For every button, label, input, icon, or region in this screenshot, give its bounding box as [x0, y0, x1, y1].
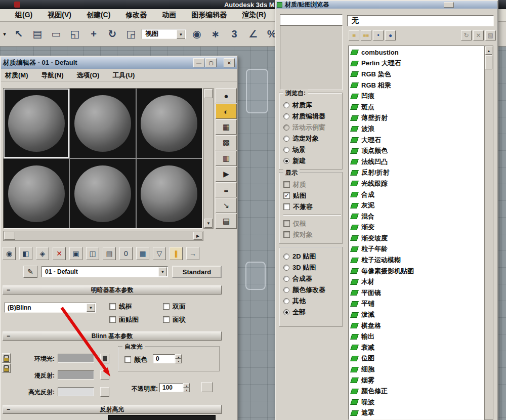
get-material-icon[interactable]: ◉ [3, 247, 16, 260]
material-sample-slot[interactable] [4, 159, 69, 228]
map-list-item[interactable]: 大理石 [349, 135, 484, 146]
menu-item[interactable]: 工具(U) [112, 71, 135, 80]
select-rotate-icon[interactable]: ↻ [104, 25, 120, 43]
flyout-arrow-icon[interactable]: ▾ [1, 25, 8, 43]
specular-color-swatch[interactable] [58, 387, 94, 396]
put-material-to-scene-icon[interactable]: ◧ [19, 247, 32, 260]
map-name-input[interactable] [280, 14, 343, 25]
browse-from-radio[interactable]: 新建 [283, 156, 341, 165]
backlight-icon[interactable]: ◐ [216, 104, 237, 119]
select-manipulate-icon[interactable]: ∗ [207, 25, 224, 43]
view-list-icon[interactable]: ≡ [349, 30, 359, 40]
material-editor-titlebar[interactable]: 材质编辑器 - 01 - Default — ▢ ✕ [1, 57, 237, 69]
map-list-item[interactable]: 薄壁折射 [349, 113, 484, 124]
rollout-blinn-basic-params[interactable]: Blinn 基本参数 [3, 331, 222, 341]
map-list-item[interactable]: 凹痕 [349, 91, 484, 102]
sample-uv-tiling-icon[interactable]: ▩ [216, 135, 237, 150]
window-crossing-icon[interactable]: ◱ [67, 25, 83, 43]
menu-item[interactable]: 组(G) [15, 11, 32, 20]
make-material-copy-icon[interactable]: ▣ [69, 247, 82, 260]
map-list-item[interactable]: 渐变 [349, 222, 484, 233]
map-list-item[interactable]: 渐变坡度 [349, 233, 484, 244]
map-list-item[interactable]: 泼溅 [349, 309, 484, 320]
map-list-item[interactable]: 粒子运动模糊 [349, 255, 484, 266]
view-large-icons-icon[interactable]: ● [385, 30, 396, 40]
map-list-item[interactable]: 每像素摄影机贴图 [349, 266, 484, 277]
update-scene-materials-icon[interactable]: ↻ [461, 30, 472, 40]
material-sample-slot[interactable] [4, 89, 69, 158]
scrollbar-thumb[interactable] [485, 55, 492, 69]
browse-from-radio[interactable]: 材质编辑器 [283, 111, 341, 121]
sample-vertical-scrollbar[interactable] [203, 88, 214, 229]
map-type-radio[interactable]: 全部 [283, 307, 341, 317]
map-list-item[interactable]: 位图 [349, 353, 484, 364]
opacity-value[interactable]: 100 [159, 383, 183, 392]
ambient-color-swatch[interactable] [58, 354, 94, 363]
scroll-right-arrow-icon[interactable] [193, 232, 202, 240]
material-type-button[interactable]: Standard [172, 266, 222, 278]
show-checkbox[interactable]: 仅根 [283, 219, 341, 228]
menu-item[interactable]: 选项(O) [77, 71, 100, 80]
sample-horizontal-scrollbar[interactable] [3, 231, 203, 241]
map-type-radio[interactable]: 3D 贴图 [283, 263, 341, 272]
map-list-item[interactable]: 光线跟踪 [349, 178, 484, 189]
show-checkbox[interactable]: 材质 [283, 180, 341, 189]
select-by-material-icon[interactable]: ↘ [216, 198, 237, 213]
map-list-item[interactable]: 细胞 [349, 364, 484, 375]
rect-region-icon[interactable]: ▭ [48, 25, 64, 43]
show-checkbox[interactable]: 贴图 [283, 191, 341, 200]
scroll-up-arrow-icon[interactable] [485, 47, 492, 55]
map-list-item[interactable]: 遮罩 [349, 408, 484, 419]
make-unique-icon[interactable]: ◫ [86, 247, 99, 260]
use-pivot-center-icon[interactable]: ◉ [189, 25, 205, 43]
clear-library-icon[interactable]: ▧ [485, 30, 496, 40]
maximize-button[interactable]: ▢ [205, 58, 217, 67]
dropdown-arrow-icon[interactable] [87, 304, 95, 312]
reset-map-icon[interactable]: ✕ [53, 247, 66, 260]
menu-item[interactable]: 视图(V) [48, 11, 71, 20]
show-checkbox[interactable]: 不兼容 [283, 202, 341, 212]
map-type-radio[interactable]: 合成器 [283, 274, 341, 283]
assign-material-to-selection-icon[interactable]: ◈ [36, 247, 49, 260]
map-list-item[interactable]: RGB 相乘 [349, 80, 484, 91]
map-list-item[interactable]: 平铺 [349, 299, 484, 310]
menu-item[interactable]: 修改器 [125, 11, 147, 20]
map-list-item[interactable]: 顶点颜色 [349, 145, 484, 156]
menu-item[interactable]: 图形编辑器 [191, 11, 227, 20]
snap-toggle-3d-icon[interactable]: 3 [226, 25, 242, 43]
self-illum-value[interactable]: 0 [153, 354, 175, 363]
map-list-item[interactable]: 平面镜 [349, 287, 484, 299]
map-list-item[interactable]: 法线凹凸 [349, 156, 484, 167]
options-icon[interactable]: ≡ [216, 182, 237, 197]
put-to-library-icon[interactable]: ▤ [103, 247, 116, 260]
show-end-result-icon[interactable]: ▽ [153, 247, 166, 260]
menu-item[interactable]: 材质(M) [5, 71, 28, 80]
angle-snap-icon[interactable]: ∠ [245, 25, 261, 43]
browse-from-radio[interactable]: 场景 [283, 145, 341, 154]
map-list-item[interactable]: 颜色修正 [349, 386, 484, 397]
map-type-radio[interactable]: 其他 [283, 296, 341, 306]
map-type-radio[interactable]: 颜色修改器 [283, 285, 341, 295]
go-to-parent-icon[interactable]: ∥ [170, 247, 183, 260]
map-list[interactable]: combustion Perlin 大理石 RGB 染色 RGB 相乘 [348, 46, 484, 420]
make-preview-icon[interactable]: ▶ [216, 166, 237, 182]
opacity-spinner[interactable] [183, 383, 190, 392]
minimize-button[interactable]: — [193, 58, 204, 67]
scrollbar-thumb[interactable] [204, 89, 213, 98]
go-forward-to-sibling-icon[interactable]: → [186, 247, 199, 260]
opacity-map-button[interactable] [201, 382, 213, 392]
browse-from-radio[interactable]: 材质库 [283, 100, 341, 110]
background-icon[interactable]: ▦ [216, 119, 237, 135]
reference-coordinate-dropdown[interactable]: 视图 [142, 29, 186, 39]
map-list-item[interactable]: 输出 [349, 331, 484, 342]
map-list-item[interactable]: 混合 [349, 211, 484, 222]
view-small-icons-icon[interactable]: • [373, 30, 384, 40]
specular-map-button[interactable] [100, 387, 109, 397]
material-sample-slot[interactable] [70, 89, 135, 158]
sample-type-icon[interactable]: ● [216, 88, 237, 103]
show-map-in-viewport-icon[interactable]: ▦ [136, 247, 149, 260]
shader-type-dropdown[interactable]: (B)Blinn [4, 303, 96, 313]
map-list-item[interactable]: 棋盘格 [349, 320, 484, 331]
diffuse-color-swatch[interactable] [58, 370, 94, 380]
map-list-item[interactable]: 烟雾 [349, 375, 484, 386]
